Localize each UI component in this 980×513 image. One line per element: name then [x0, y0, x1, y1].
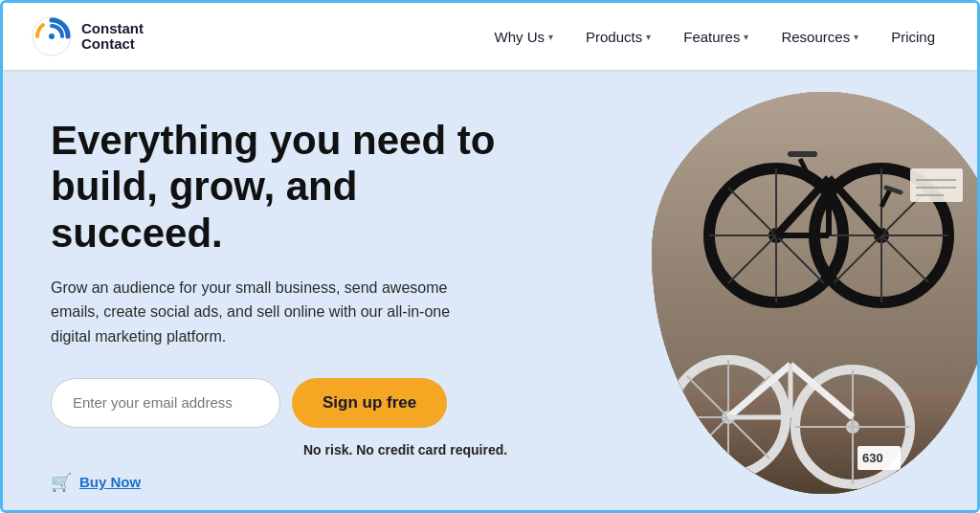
- email-input[interactable]: [51, 378, 280, 428]
- nav-item-products[interactable]: Products ▾: [572, 21, 664, 53]
- buy-now-row[interactable]: 🛒 Buy Now: [51, 472, 534, 493]
- signup-button[interactable]: Sign up free: [292, 378, 447, 428]
- logo-text: Constant Contact: [81, 21, 144, 53]
- hero-title: Everything you need to build, grow, and …: [51, 118, 534, 256]
- nav-label-resources: Resources: [781, 29, 850, 45]
- bike-shop-image: 630: [652, 92, 977, 494]
- no-risk-text-wrapper: No risk. No credit card required.: [300, 441, 534, 458]
- svg-text:630: 630: [862, 451, 883, 465]
- svg-rect-25: [910, 168, 963, 202]
- hero-subtitle: Grow an audience for your small business…: [51, 276, 491, 349]
- nav-item-resources[interactable]: Resources ▾: [768, 21, 872, 53]
- nav-label-features: Features: [683, 29, 740, 45]
- nav-label-why-us: Why Us: [495, 29, 546, 45]
- nav-item-pricing[interactable]: Pricing: [878, 21, 948, 53]
- svg-point-1: [49, 33, 55, 39]
- cta-row: Sign up free: [51, 378, 534, 428]
- svg-rect-4: [652, 389, 977, 494]
- hero-section: Everything you need to build, grow, and …: [3, 70, 977, 513]
- chevron-icon-resources: ▾: [854, 32, 858, 42]
- chevron-icon-features: ▾: [744, 32, 748, 42]
- buy-now-link[interactable]: Buy Now: [79, 474, 141, 490]
- nav-item-why-us[interactable]: Why Us ▾: [481, 21, 568, 53]
- no-risk-text: No risk. No credit card required.: [303, 442, 507, 457]
- header: Constant Contact Why Us ▾ Products ▾ Fea…: [3, 3, 977, 70]
- hero-content: Everything you need to build, grow, and …: [51, 108, 534, 493]
- nav-label-products: Products: [586, 29, 642, 45]
- nav-item-features[interactable]: Features ▾: [670, 21, 762, 53]
- hero-image-oval: 630: [652, 92, 977, 494]
- logo-line1: Constant: [81, 21, 144, 37]
- cart-icon: 🛒: [51, 472, 72, 493]
- chevron-icon-why-us: ▾: [548, 32, 553, 42]
- chevron-icon-products: ▾: [646, 32, 651, 42]
- main-nav: Why Us ▾ Products ▾ Features ▾ Resources…: [481, 21, 948, 53]
- hero-image-container: 630: [568, 70, 977, 513]
- logo-icon: [32, 16, 72, 56]
- nav-label-pricing: Pricing: [891, 29, 935, 45]
- logo[interactable]: Constant Contact: [32, 16, 144, 56]
- logo-line2: Contact: [81, 36, 144, 53]
